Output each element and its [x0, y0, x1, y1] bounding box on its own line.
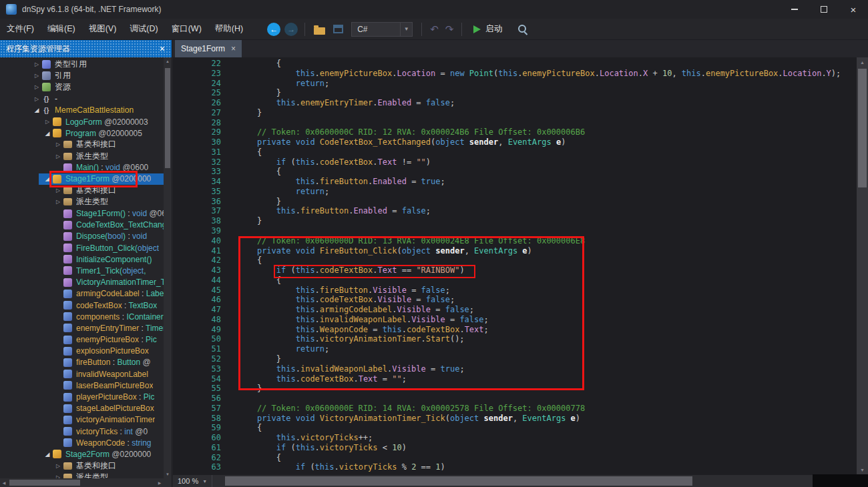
expander-icon[interactable]: ◢ — [43, 451, 52, 458]
scroll-left-icon[interactable]: ◀ — [0, 478, 8, 487]
code-line[interactable]: 43 if (this.codeTextBox.Text == "RAINBOW… — [173, 266, 857, 276]
expander-icon[interactable]: ▷ — [53, 187, 63, 193]
code-line[interactable]: 61 if (this.victoryTicks < 10) — [173, 443, 857, 453]
tree-item[interactable]: ▷LogoForm @02000003 — [0, 116, 164, 127]
code-line[interactable]: 60 this.victoryTicks++; — [173, 433, 857, 443]
tab-close-icon[interactable]: × — [231, 45, 236, 53]
expander-icon[interactable]: ◢ — [43, 175, 52, 182]
open-file-button[interactable] — [314, 27, 325, 35]
code-line[interactable]: 25 } — [173, 88, 857, 98]
tree-item[interactable]: Timer1_Tick(object, — [0, 265, 164, 276]
expander-icon[interactable]: ▷ — [32, 96, 41, 102]
code-line[interactable]: 45 this.fireButton.Visible = false; — [173, 286, 857, 296]
tree-item[interactable]: ◢Stage2Form @0200000 — [0, 448, 164, 460]
start-debug-button[interactable]: 启动 — [485, 23, 502, 35]
tree-item[interactable]: InitializeComponent() — [0, 254, 164, 265]
code-line[interactable]: 41 private void FireButton_Click(object … — [173, 246, 857, 256]
code-line[interactable]: 24 return; — [173, 79, 857, 89]
menu-window[interactable]: 窗口(W) — [165, 20, 208, 38]
code-line[interactable]: 52 } — [173, 354, 857, 364]
tree-item[interactable]: ▷类型引用 — [0, 59, 164, 70]
tree-item[interactable]: Main() : void @0600 — [0, 162, 164, 173]
start-debug-icon[interactable] — [473, 25, 481, 33]
scroll-down-icon[interactable]: ▼ — [164, 470, 172, 478]
expander-icon[interactable]: ◢ — [32, 107, 41, 113]
code-line[interactable]: 42 { — [173, 256, 857, 266]
code-line[interactable]: 30 private void CodeTextBox_TextChanged(… — [173, 137, 857, 147]
tree-item[interactable]: codeTextBox : TextBox — [0, 300, 164, 311]
tree-item[interactable]: FireButton_Click(object — [0, 242, 164, 254]
code-line[interactable]: 55 } — [173, 384, 857, 394]
tree-item[interactable]: fireButton : Button @ — [0, 357, 164, 368]
code-line[interactable]: 58 private void VictoryAnimationTimer_Ti… — [173, 414, 857, 424]
tree-item[interactable]: ▷派生类型 — [0, 196, 164, 207]
tree-item[interactable]: Stage1Form() : void @06 — [0, 207, 164, 219]
code-line[interactable]: 57 // Token: 0x0600000E RID: 14 RVA: 0x0… — [173, 404, 857, 414]
tree-item[interactable]: VictoryAnimationTimer_Tick — [0, 277, 164, 288]
code-line[interactable]: 28 — [173, 118, 857, 128]
tree-item[interactable]: invalidWeaponLabel — [0, 368, 164, 380]
tree-item[interactable]: playerPictureBox : Pic — [0, 391, 164, 402]
minimize-button[interactable] — [780, 0, 809, 19]
tab-stage1form[interactable]: Stage1Form × — [175, 40, 242, 57]
expander-icon[interactable]: ▷ — [53, 153, 63, 159]
code-line[interactable]: 48 this.invalidWeaponLabel.Visible = fal… — [173, 315, 857, 325]
code-line[interactable]: 39 — [173, 226, 857, 236]
code-line[interactable]: 36 } — [173, 197, 857, 207]
editor-hscroll-thumb[interactable] — [225, 476, 692, 486]
code-line[interactable]: 53 this.invalidWeaponLabel.Visible = tru… — [173, 364, 857, 374]
code-line[interactable]: 46 this.codeTextBox.Visible = false; — [173, 295, 857, 305]
code-line[interactable]: 32 if (this.codeTextBox.Text != "") — [173, 157, 857, 167]
scroll-right-icon[interactable]: ▶ — [156, 478, 164, 487]
tree-item[interactable]: laserBeamPictureBox — [0, 380, 164, 391]
code-line[interactable]: 35 return; — [173, 187, 857, 197]
expander-icon[interactable]: ▷ — [32, 84, 41, 90]
tree-item[interactable]: ▷基类和接口 — [0, 185, 164, 196]
tree-item[interactable]: ▷基类和接口 — [0, 460, 164, 472]
code-line[interactable]: 27 } — [173, 108, 857, 118]
tree-item[interactable]: stageLabelPictureBox — [0, 403, 164, 414]
code-line[interactable]: 62 { — [173, 453, 857, 463]
tree-item[interactable]: ▷资源 — [0, 81, 164, 93]
code-line[interactable]: 59 { — [173, 423, 857, 433]
navigate-back-button[interactable]: ← — [267, 23, 280, 36]
code-line[interactable]: 29 // Token: 0x0600000C RID: 12 RVA: 0x0… — [173, 127, 857, 137]
tree-item[interactable]: ◢Program @02000005 — [0, 127, 164, 139]
search-icon[interactable] — [517, 23, 528, 35]
expander-icon[interactable]: ▷ — [53, 463, 63, 469]
tree-hscroll-thumb[interactable] — [9, 480, 80, 486]
undo-button[interactable]: ↶ — [430, 23, 439, 35]
code-line[interactable]: 51 return; — [173, 344, 857, 354]
tree-item[interactable]: explosionPictureBox — [0, 346, 164, 357]
scroll-down-icon[interactable]: ▼ — [857, 465, 868, 475]
code-line[interactable]: 44 { — [173, 276, 857, 286]
code-line[interactable]: 50 this.victoryAnimationTimer.Start(); — [173, 334, 857, 344]
tree-item[interactable]: ◢{}MemeCatBattlestation — [0, 105, 164, 116]
code-line[interactable]: 34 this.fireButton.Enabled = true; — [173, 177, 857, 187]
tree-item[interactable]: ▷{}- — [0, 93, 164, 105]
expander-icon[interactable]: ▷ — [32, 73, 41, 79]
tree-item[interactable]: Dispose(bool) : void — [0, 231, 164, 242]
tree-item[interactable]: ▷派生类型 — [0, 151, 164, 162]
code-line[interactable]: 31 { — [173, 147, 857, 157]
code-line[interactable]: 54 this.codeTextBox.Text = ""; — [173, 374, 857, 384]
tree-item[interactable]: enemyPictureBox : Pic — [0, 334, 164, 346]
tree-vscroll-thumb[interactable] — [165, 68, 170, 168]
scroll-up-icon[interactable]: ▲ — [164, 57, 172, 65]
tree-vertical-scrollbar[interactable]: ▲ ▼ — [164, 57, 172, 478]
code-line[interactable]: 37 this.fireButton.Enabled = false; — [173, 206, 857, 216]
redo-button[interactable]: ↷ — [445, 23, 454, 35]
code-line[interactable]: 49 this.WeaponCode = this.codeTextBox.Te… — [173, 325, 857, 335]
language-select[interactable]: C# ▼ — [351, 22, 413, 37]
menu-edit[interactable]: 编辑(E) — [41, 20, 82, 38]
tree-item[interactable]: CodeTextBox_TextChanged — [0, 219, 164, 231]
tree-horizontal-scrollbar[interactable]: ◀ ▶ — [0, 478, 164, 487]
code-line[interactable]: 23 this.enemyPictureBox.Location = new P… — [173, 69, 857, 79]
save-module-button[interactable] — [333, 25, 343, 33]
tree-item[interactable]: components : IContainer — [0, 311, 164, 322]
tree-item[interactable]: enemyEntryTimer : Timer — [0, 322, 164, 334]
tree-item[interactable]: ▷基类和接口 — [0, 139, 164, 150]
maximize-button[interactable] — [809, 0, 839, 19]
expander-icon[interactable]: ▷ — [43, 119, 52, 125]
tree-item[interactable]: armingCodeLabel : Label — [0, 288, 164, 300]
